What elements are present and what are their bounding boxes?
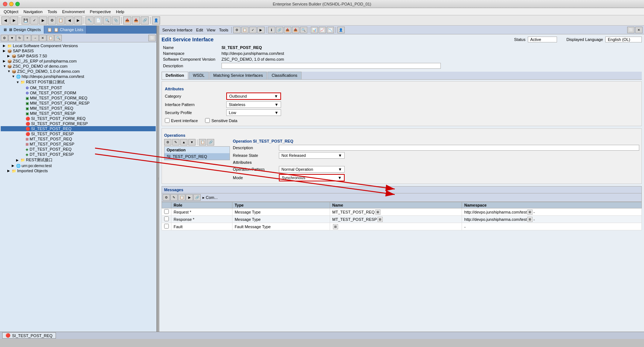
req-browse-btn[interactable]: ⊞ bbox=[375, 210, 380, 215]
tb-btn-6[interactable]: 📄 bbox=[94, 16, 102, 24]
tools-label[interactable]: Tools bbox=[217, 28, 230, 32]
req-ns-browse-btn[interactable]: ⊞ bbox=[527, 210, 533, 215]
tb-btn-4[interactable]: ▶ bbox=[74, 16, 82, 24]
expand-arrow[interactable]: ▼ bbox=[7, 69, 12, 73]
tab-design-objects[interactable]: 🖥 🖥 Design Objects bbox=[0, 26, 44, 34]
activate-button[interactable]: ▶ bbox=[39, 16, 47, 24]
tree-item-zsc-js[interactable]: ▶ 📦 ZSC_JS_ERP of junshipharma.com bbox=[1, 59, 156, 64]
lt-btn-delete[interactable]: ✕ bbox=[39, 35, 46, 41]
event-interface-checkbox-container[interactable]: Event interface bbox=[165, 118, 198, 123]
operation-item-si-test[interactable]: SI_TEST_POST_REQ bbox=[164, 153, 230, 160]
resp-browse-btn[interactable]: ⊞ bbox=[378, 217, 383, 222]
sensitive-data-checkbox[interactable] bbox=[205, 118, 210, 123]
forward-button[interactable]: ▶ bbox=[10, 16, 18, 24]
tree-container[interactable]: ▶ 📁 Local Software Component Versions ▶ … bbox=[0, 42, 156, 332]
rt-btn-2[interactable]: 📋 bbox=[241, 27, 249, 33]
tb-btn-5[interactable]: 🔧 bbox=[86, 16, 94, 24]
resp-ns-browse-btn[interactable]: ⊞ bbox=[527, 217, 533, 222]
msg-check-fault[interactable] bbox=[164, 224, 169, 229]
tab-definition[interactable]: Definition bbox=[162, 72, 188, 79]
msg-check-resp[interactable] bbox=[164, 216, 169, 221]
expand-arrow[interactable]: ▼ bbox=[16, 80, 20, 84]
expand-arrow[interactable]: ▶ bbox=[7, 169, 12, 173]
minimize-button[interactable] bbox=[9, 2, 14, 6]
save-button[interactable]: 💾 bbox=[22, 16, 30, 24]
edit-label[interactable]: Edit bbox=[195, 28, 205, 32]
view-label[interactable]: View bbox=[205, 28, 217, 32]
rt-btn-3[interactable]: ✓ bbox=[249, 27, 257, 33]
tb-btn-12[interactable]: 👤 bbox=[152, 16, 160, 24]
tree-item-mm-req[interactable]: ▣ MM_TEST_POST_FORM_REQ bbox=[1, 95, 156, 101]
tree-item-devpo-url[interactable]: ▼ 🌐 http://devpo.junshipharma.com/test bbox=[1, 74, 156, 79]
rt-btn-info[interactable]: ℹ bbox=[268, 27, 275, 33]
tree-item-si-post-resp[interactable]: 🔴 SI_TEST_POST_RESP bbox=[1, 131, 156, 136]
tree-item-dt-req[interactable]: ◈ DT_TEST_POST_REQ bbox=[1, 147, 156, 152]
rt-btn-4[interactable]: ▶ bbox=[257, 27, 265, 33]
op-up-btn[interactable]: ▲ bbox=[180, 139, 187, 146]
tb-btn-1[interactable]: ⚙ bbox=[48, 16, 56, 24]
expand-arrow[interactable]: ▶ bbox=[7, 54, 12, 58]
lt-btn-copy[interactable]: 📋 bbox=[47, 35, 54, 41]
tree-item-local-swc[interactable]: ▶ 📁 Local Software Component Versions bbox=[1, 43, 156, 48]
rt-btn-close-right[interactable]: ✕ bbox=[635, 27, 643, 33]
tree-item-zsc-po-demo-10[interactable]: ▼ 📦 ZSC_PO_DEMO, 1.0 of demo.com bbox=[1, 69, 156, 74]
rt-btn-9[interactable]: 📊 bbox=[311, 27, 318, 33]
bottom-tab-si[interactable]: 🔴 SI_TEST_POST_REQ bbox=[2, 332, 56, 339]
tab-matching[interactable]: Matching Service Interfaces bbox=[209, 72, 267, 79]
interface-pattern-select[interactable]: Stateless ▼ bbox=[226, 101, 281, 108]
lt-btn-filter[interactable]: ▼ bbox=[8, 35, 16, 41]
rt-btn-6[interactable]: 📤 bbox=[284, 27, 291, 33]
tree-item-urn-po[interactable]: ▶ 🌐 urn:po:demo:test bbox=[1, 163, 156, 168]
tree-item-mt-resp[interactable]: ⊞ MT_TEST_POST_RESP bbox=[1, 142, 156, 147]
lt-btn-settings[interactable]: ⚙ bbox=[1, 35, 8, 41]
tree-item-mm-resp[interactable]: ▣ MM_TEST_POST_FORM_RESP bbox=[1, 101, 156, 106]
sensitive-data-checkbox-container[interactable]: Sensitive Data bbox=[205, 118, 237, 123]
tree-item-si-form-req[interactable]: 🔴 SI_TEST_POST_FORM_REQ bbox=[1, 116, 156, 121]
expand-arrow[interactable]: ▶ bbox=[3, 44, 7, 48]
rt-btn-5[interactable]: 🔗 bbox=[276, 27, 283, 33]
op-pattern-select[interactable]: Normal Operation ▼ bbox=[279, 166, 345, 173]
menu-navigation[interactable]: Navigation bbox=[21, 9, 45, 14]
description-input[interactable] bbox=[221, 63, 441, 69]
menu-environment[interactable]: Environment bbox=[60, 9, 87, 14]
tree-item-om-test-post[interactable]: ⚙ OM_TEST_POST bbox=[1, 85, 156, 90]
expand-arrow[interactable]: ▼ bbox=[3, 64, 7, 68]
msg-check-req[interactable] bbox=[164, 209, 169, 214]
rt-btn-7[interactable]: 📥 bbox=[292, 27, 299, 33]
tab-wsdl[interactable]: WSDL bbox=[189, 72, 209, 79]
tb-btn-3[interactable]: ◀ bbox=[65, 16, 73, 24]
tb-btn-2[interactable]: 📋 bbox=[57, 16, 65, 24]
tb-btn-9[interactable]: 📤 bbox=[123, 16, 131, 24]
op-edit-btn[interactable]: ✎ bbox=[172, 139, 179, 146]
tree-item-sap-basis-750[interactable]: ▶ 📦 SAP BASIS 7.50 bbox=[1, 53, 156, 59]
lt-btn-move[interactable]: → bbox=[31, 35, 39, 41]
tree-item-mm-post-resp[interactable]: ▣ MM_TEST_POST_RESP bbox=[1, 111, 156, 116]
menu-perspective[interactable]: Perspective bbox=[88, 9, 113, 14]
tree-item-mt-req[interactable]: ⊞ MT_TEST_POST_REQ bbox=[1, 136, 156, 142]
rt-btn-1[interactable]: ⚙ bbox=[233, 27, 240, 33]
op-add-btn[interactable]: ⚙ bbox=[164, 139, 171, 146]
fault-browse-btn[interactable]: ⊞ bbox=[333, 224, 338, 229]
rt-btn-8[interactable]: 🔍 bbox=[300, 27, 307, 33]
tree-item-mm-post-req[interactable]: ▣ MM_TEST_POST_REQ bbox=[1, 106, 156, 111]
tb-btn-10[interactable]: 📥 bbox=[132, 16, 140, 24]
maximize-button[interactable] bbox=[15, 2, 20, 6]
op-copy-btn[interactable]: 📋 bbox=[199, 139, 206, 146]
back-button[interactable]: ◀ bbox=[1, 16, 10, 24]
op-description-input[interactable] bbox=[279, 145, 639, 151]
msg-btn-2[interactable]: 📋 bbox=[178, 194, 185, 201]
check-button[interactable]: ✓ bbox=[30, 16, 38, 24]
rt-btn-10[interactable]: 📈 bbox=[319, 27, 326, 33]
expand-arrow[interactable]: ▶ bbox=[16, 158, 20, 162]
tree-item-si-post-req[interactable]: 🔴 SI_TEST_POST_REQ bbox=[1, 126, 156, 131]
expand-arrow[interactable]: ▶ bbox=[12, 164, 16, 167]
tb-btn-11[interactable]: 🔗 bbox=[141, 16, 149, 24]
op-down-btn[interactable]: ▼ bbox=[188, 139, 196, 146]
lt-btn-new[interactable]: + bbox=[24, 35, 31, 41]
tree-item-imported[interactable]: ▶ 📁 Imported Objects bbox=[1, 168, 156, 173]
tree-item-si-form-resp[interactable]: 🔴 SI_TEST_POST_FORM_RESP bbox=[1, 121, 156, 126]
lt-btn-search[interactable]: 🔍 bbox=[54, 35, 62, 41]
msg-add-btn[interactable]: ⚙ bbox=[163, 194, 170, 201]
close-button[interactable] bbox=[3, 2, 7, 6]
expand-arrow[interactable]: ▶ bbox=[3, 49, 7, 53]
